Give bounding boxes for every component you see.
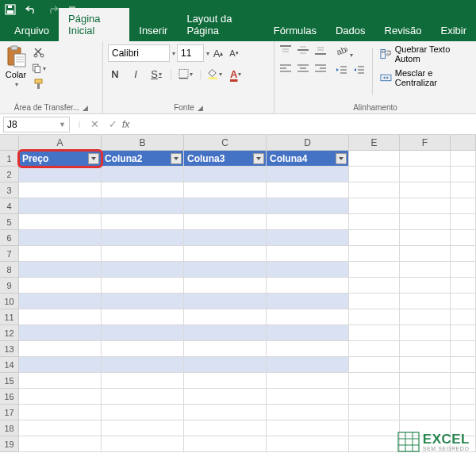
cell[interactable] <box>19 325 102 341</box>
increase-indent-button[interactable] <box>352 64 365 78</box>
cell[interactable] <box>400 341 451 357</box>
save-icon[interactable] <box>5 4 16 15</box>
cell[interactable] <box>267 420 349 436</box>
row-header[interactable]: 19 <box>0 436 19 452</box>
cell[interactable] <box>184 262 267 278</box>
cell[interactable] <box>267 262 349 278</box>
cell[interactable] <box>349 294 400 309</box>
cell[interactable] <box>102 262 184 278</box>
cell[interactable] <box>451 294 476 309</box>
chevron-down-icon[interactable]: ▾ <box>206 50 209 57</box>
cell[interactable] <box>184 420 267 436</box>
cell[interactable] <box>19 389 102 405</box>
cell[interactable] <box>349 278 400 294</box>
filter-dropdown-button[interactable] <box>253 153 264 164</box>
cell[interactable] <box>19 373 102 389</box>
cell[interactable] <box>267 294 349 309</box>
paste-button[interactable]: Colar ▾ <box>5 44 27 88</box>
cell[interactable] <box>19 230 102 246</box>
cell[interactable] <box>349 246 400 262</box>
cell[interactable] <box>451 278 476 294</box>
cell[interactable] <box>102 389 184 405</box>
undo-icon[interactable] <box>24 4 38 15</box>
cell[interactable] <box>349 405 400 420</box>
cell[interactable] <box>400 389 451 405</box>
cell[interactable] <box>184 436 267 452</box>
cell[interactable] <box>102 325 184 341</box>
col-header-g[interactable] <box>451 135 476 151</box>
cell[interactable] <box>19 214 102 230</box>
cell[interactable] <box>267 198 349 214</box>
chevron-down-icon[interactable]: ▾ <box>172 50 175 57</box>
tab-formulas[interactable]: Fórmulas <box>264 20 326 41</box>
cell[interactable] <box>19 182 102 198</box>
tab-revisao[interactable]: Revisão <box>375 20 432 41</box>
tab-layout[interactable]: Layout da Página <box>177 8 263 41</box>
row-header[interactable]: 18 <box>0 420 19 436</box>
cell[interactable] <box>19 405 102 420</box>
format-painter-button[interactable] <box>32 78 46 90</box>
cell[interactable] <box>451 341 476 357</box>
row-header[interactable]: 11 <box>0 309 19 325</box>
row-header[interactable]: 16 <box>0 389 19 405</box>
cell[interactable] <box>102 167 184 182</box>
col-header-c[interactable]: C <box>184 135 267 151</box>
cell[interactable] <box>184 309 267 325</box>
font-name-input[interactable] <box>108 44 170 62</box>
cell[interactable] <box>102 436 184 452</box>
cell[interactable] <box>451 373 476 389</box>
cell[interactable] <box>184 182 267 198</box>
cell[interactable]: Preço <box>19 151 102 167</box>
select-all-corner[interactable] <box>0 135 19 151</box>
cell[interactable] <box>451 182 476 198</box>
cell[interactable] <box>184 278 267 294</box>
increase-font-button[interactable]: A▴ <box>211 46 225 60</box>
row-header[interactable]: 13 <box>0 341 19 357</box>
cell[interactable] <box>451 405 476 420</box>
tab-arquivo[interactable]: Arquivo <box>5 20 59 41</box>
cell[interactable] <box>349 341 400 357</box>
cell[interactable] <box>184 214 267 230</box>
cell[interactable] <box>102 230 184 246</box>
row-header[interactable]: 9 <box>0 278 19 294</box>
filter-dropdown-button[interactable] <box>88 153 99 164</box>
cell[interactable] <box>349 325 400 341</box>
col-header-d[interactable]: D <box>267 135 349 151</box>
cell[interactable] <box>184 198 267 214</box>
cell[interactable] <box>451 167 476 182</box>
cell[interactable] <box>400 278 451 294</box>
cell[interactable] <box>184 294 267 309</box>
enter-formula-button[interactable]: ✓ <box>109 118 117 130</box>
cut-button[interactable] <box>32 46 46 59</box>
cell[interactable] <box>349 151 400 167</box>
cell[interactable] <box>19 278 102 294</box>
cell[interactable]: Coluna2 <box>102 151 184 167</box>
cell[interactable] <box>267 341 349 357</box>
col-header-f[interactable]: F <box>400 135 451 151</box>
fx-icon[interactable]: fx <box>122 119 129 130</box>
cell[interactable] <box>184 389 267 405</box>
cell[interactable]: Coluna4 <box>267 151 349 167</box>
cell[interactable] <box>267 373 349 389</box>
cell[interactable] <box>267 389 349 405</box>
cell[interactable] <box>267 230 349 246</box>
row-header[interactable]: 14 <box>0 357 19 373</box>
cell[interactable] <box>184 357 267 373</box>
name-box[interactable]: J8 ▼ <box>3 117 70 132</box>
cell[interactable] <box>184 405 267 420</box>
tab-dados[interactable]: Dados <box>326 20 375 41</box>
cell[interactable] <box>102 214 184 230</box>
filter-dropdown-button[interactable] <box>336 153 347 164</box>
merge-center-button[interactable]: Mesclar e Centralizar <box>380 68 471 87</box>
row-header[interactable]: 17 <box>0 405 19 420</box>
tab-exibir[interactable]: Exibir <box>431 20 476 41</box>
borders-button[interactable]: ▾ <box>178 67 193 81</box>
cell[interactable] <box>184 167 267 182</box>
cell[interactable] <box>349 436 400 452</box>
cell[interactable] <box>102 294 184 309</box>
cell[interactable] <box>400 309 451 325</box>
cell[interactable] <box>349 167 400 182</box>
tab-pagina-inicial[interactable]: Página Inicial <box>59 8 129 41</box>
cell[interactable] <box>184 373 267 389</box>
dialog-launcher-font[interactable]: ◢ <box>198 104 203 112</box>
